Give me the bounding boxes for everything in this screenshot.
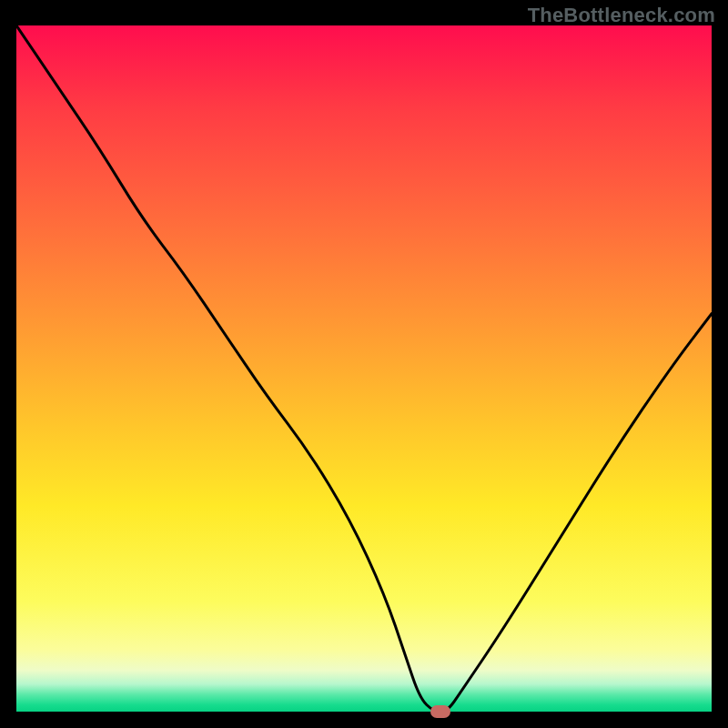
chart-frame: TheBottleneck.com: [0, 0, 728, 728]
plot-area: [16, 25, 712, 712]
curve-svg: [16, 25, 712, 712]
bottleneck-curve: [16, 25, 712, 712]
watermark-text: TheBottleneck.com: [528, 4, 715, 27]
optimal-point-marker: [430, 705, 450, 718]
